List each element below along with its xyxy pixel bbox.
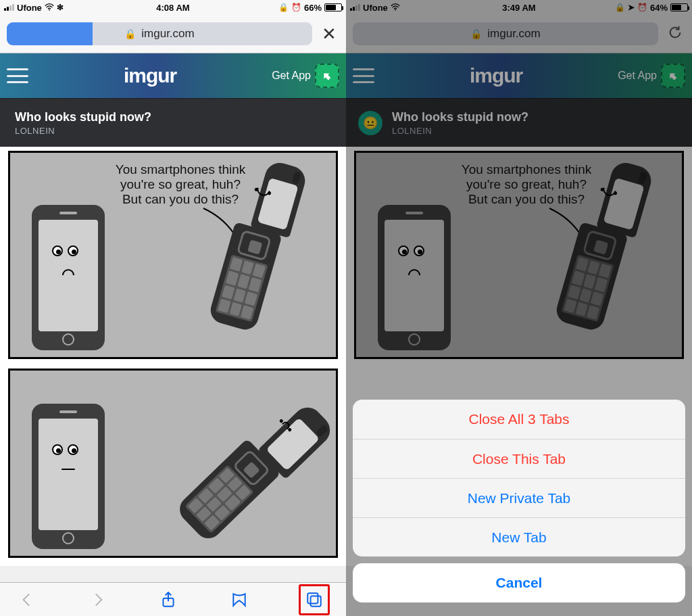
battery-icon xyxy=(324,3,342,11)
new-private-tab-button[interactable]: New Private Tab xyxy=(353,478,685,517)
get-app-label: Get App xyxy=(272,70,311,82)
alarm-icon: ⏰ xyxy=(291,3,301,12)
tabs-button-highlight xyxy=(299,584,330,615)
imgur-logo[interactable]: imgur xyxy=(124,64,176,87)
safari-address-bar: 🔒 imgur.com ✕ xyxy=(0,15,346,53)
svg-rect-3 xyxy=(311,596,321,606)
svg-rect-2 xyxy=(307,593,318,603)
smartphone-drawing xyxy=(32,205,105,350)
status-bar: Ufone ✻ 4:08 AM 🔒 ⏰ 66% xyxy=(0,0,346,15)
carrier-label: Ufone xyxy=(17,3,42,13)
imgur-header: imgur Get App xyxy=(0,53,346,98)
forward-button[interactable] xyxy=(87,589,109,611)
address-field[interactable]: 🔒 imgur.com xyxy=(7,22,312,45)
phone-screenshot-right: Ufone 3:49 AM 🔒 ➤ ⏰ 64% 🔒 imgur.com xyxy=(346,0,692,616)
action-sheet: Close All 3 Tabs Close This Tab New Priv… xyxy=(353,400,685,609)
post-author[interactable]: LOLNEIN xyxy=(15,126,151,136)
svg-point-0 xyxy=(49,9,50,10)
back-button[interactable] xyxy=(16,589,38,611)
loading-icon: ✻ xyxy=(57,3,64,12)
post-title: Who looks stupid now? xyxy=(15,110,151,124)
share-button[interactable] xyxy=(157,589,179,611)
stop-loading-button[interactable]: ✕ xyxy=(319,24,339,45)
domain-label: imgur.com xyxy=(141,27,194,41)
get-app-button[interactable]: Get App xyxy=(272,64,339,88)
close-all-tabs-button[interactable]: Close All 3 Tabs xyxy=(353,400,685,439)
close-this-tab-button[interactable]: Close This Tab xyxy=(353,439,685,478)
battery-percent: 66% xyxy=(304,3,322,13)
tabs-button[interactable] xyxy=(303,589,325,611)
safari-toolbar xyxy=(0,582,346,616)
menu-button[interactable] xyxy=(7,68,28,83)
lock-icon: 🔒 xyxy=(124,28,136,39)
signal-icon xyxy=(4,4,14,11)
new-tab-button[interactable]: New Tab xyxy=(353,517,685,556)
post-header: Who looks stupid now? LOLNEIN xyxy=(0,98,346,147)
phone-screenshot-left: Ufone ✻ 4:08 AM 🔒 ⏰ 66% 🔒 imgur.com ✕ xyxy=(0,0,346,616)
rotation-lock-icon: 🔒 xyxy=(278,3,289,12)
smartphone-drawing xyxy=(32,404,105,549)
comic-panel-2 xyxy=(8,369,338,558)
clock: 4:08 AM xyxy=(156,3,189,13)
flip-phone-drawing xyxy=(202,149,297,352)
app-badge-icon xyxy=(315,64,339,88)
cancel-button[interactable]: Cancel xyxy=(353,563,685,602)
post-image[interactable]: You smartphones think you're so great, h… xyxy=(0,147,346,566)
wifi-icon xyxy=(45,3,54,13)
bookmarks-button[interactable] xyxy=(228,589,250,611)
page-load-progress xyxy=(7,22,93,45)
comic-panel-1: You smartphones think you're so great, h… xyxy=(8,151,338,359)
action-sheet-cancel: Cancel xyxy=(353,563,685,602)
action-sheet-options: Close All 3 Tabs Close This Tab New Priv… xyxy=(353,400,685,556)
flip-phone-drawing xyxy=(153,358,337,566)
